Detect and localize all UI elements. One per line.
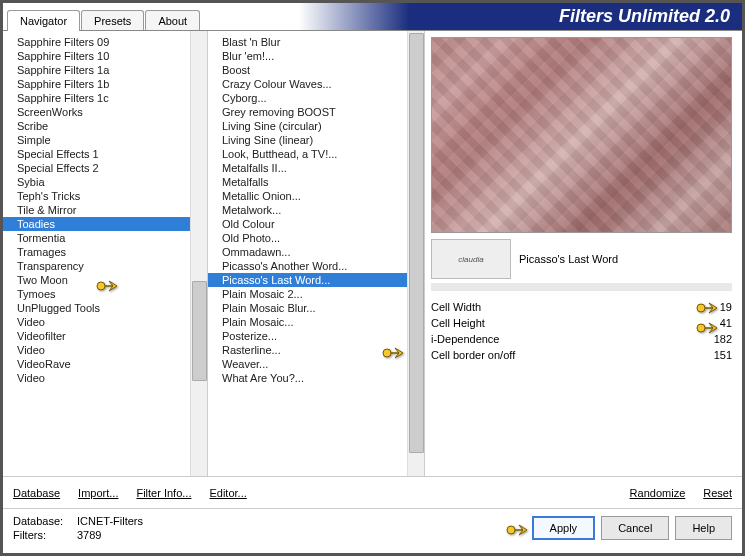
filter-item[interactable]: Crazy Colour Waves... bbox=[208, 77, 407, 91]
filter-item[interactable]: Grey removing BOOST bbox=[208, 105, 407, 119]
param-row[interactable]: Cell border on/off151 bbox=[431, 347, 732, 363]
help-button[interactable]: Help bbox=[675, 516, 732, 540]
tab-about[interactable]: About bbox=[145, 10, 200, 30]
category-item[interactable]: Toadies bbox=[3, 217, 190, 231]
filter-item[interactable]: Metalfalls II... bbox=[208, 161, 407, 175]
category-item[interactable]: Teph's Tricks bbox=[3, 189, 190, 203]
filter-item[interactable]: Metalwork... bbox=[208, 203, 407, 217]
category-item[interactable]: VideoRave bbox=[3, 357, 190, 371]
filter-item[interactable]: Living Sine (linear) bbox=[208, 133, 407, 147]
db-value: ICNET-Filters bbox=[77, 515, 143, 527]
filters-value: 3789 bbox=[77, 529, 101, 541]
category-item[interactable]: Video bbox=[3, 343, 190, 357]
param-row[interactable]: Cell Width19 bbox=[431, 299, 732, 315]
filter-item[interactable]: Ommadawn... bbox=[208, 245, 407, 259]
category-item[interactable]: Sapphire Filters 1b bbox=[3, 77, 190, 91]
category-item[interactable]: Sapphire Filters 1c bbox=[3, 91, 190, 105]
filter-item[interactable]: Blur 'em!... bbox=[208, 49, 407, 63]
category-item[interactable]: Special Effects 1 bbox=[3, 147, 190, 161]
preview-image bbox=[431, 37, 732, 233]
cancel-button[interactable]: Cancel bbox=[601, 516, 669, 540]
category-item[interactable]: Sapphire Filters 10 bbox=[3, 49, 190, 63]
category-scrollbar[interactable] bbox=[190, 31, 207, 476]
filter-scrollbar[interactable] bbox=[407, 31, 424, 476]
content: Sapphire Filters 09Sapphire Filters 10Sa… bbox=[3, 31, 742, 476]
filters-label: Filters: bbox=[13, 529, 71, 541]
category-item[interactable]: Simple bbox=[3, 133, 190, 147]
import-button[interactable]: Import... bbox=[78, 487, 118, 499]
filter-item[interactable]: Plain Mosaic 2... bbox=[208, 287, 407, 301]
filter-item[interactable]: Old Colour bbox=[208, 217, 407, 231]
category-item[interactable]: Videofilter bbox=[3, 329, 190, 343]
category-list[interactable]: Sapphire Filters 09Sapphire Filters 10Sa… bbox=[3, 31, 190, 476]
param-value: 151 bbox=[692, 349, 732, 361]
param-value: 19 bbox=[692, 301, 732, 313]
filter-item[interactable]: Plain Mosaic Blur... bbox=[208, 301, 407, 315]
category-item[interactable]: Scribe bbox=[3, 119, 190, 133]
separator bbox=[431, 283, 732, 291]
param-row[interactable]: Cell Height41 bbox=[431, 315, 732, 331]
apply-button[interactable]: Apply bbox=[532, 516, 596, 540]
filter-item[interactable]: What Are You?... bbox=[208, 371, 407, 385]
param-label: Cell Width bbox=[431, 301, 692, 313]
filter-name-row: claudia Picasso's Last Word bbox=[431, 239, 732, 279]
category-item[interactable]: Transparency bbox=[3, 259, 190, 273]
param-label: Cell Height bbox=[431, 317, 692, 329]
filter-item[interactable]: Look, Butthead, a TV!... bbox=[208, 147, 407, 161]
database-button[interactable]: Database bbox=[13, 487, 60, 499]
param-label: i-Dependence bbox=[431, 333, 692, 345]
tabs: NavigatorPresetsAbout bbox=[7, 3, 201, 30]
param-value: 182 bbox=[692, 333, 732, 345]
reset-button[interactable]: Reset bbox=[703, 487, 732, 499]
category-item[interactable]: Tormentia bbox=[3, 231, 190, 245]
filter-item[interactable]: Cyborg... bbox=[208, 91, 407, 105]
filter-item[interactable]: Metalfalls bbox=[208, 175, 407, 189]
filter-info-button[interactable]: Filter Info... bbox=[136, 487, 191, 499]
tab-navigator[interactable]: Navigator bbox=[7, 10, 80, 31]
category-item[interactable]: Two Moon bbox=[3, 273, 190, 287]
tab-presets[interactable]: Presets bbox=[81, 10, 144, 30]
toolbar: Database Import... Filter Info... Editor… bbox=[3, 476, 742, 508]
filter-list[interactable]: Blast 'n BlurBlur 'em!...BoostCrazy Colo… bbox=[208, 31, 407, 476]
app-title: Filters Unlimited 2.0 bbox=[559, 6, 730, 27]
category-item[interactable]: Tramages bbox=[3, 245, 190, 259]
filter-item[interactable]: Living Sine (circular) bbox=[208, 119, 407, 133]
footer-buttons: Apply Cancel Help bbox=[532, 516, 732, 540]
param-row[interactable]: i-Dependence182 bbox=[431, 331, 732, 347]
footer: Database:ICNET-Filters Filters:3789 Appl… bbox=[3, 508, 742, 547]
filter-name-label: Picasso's Last Word bbox=[519, 253, 732, 265]
category-item[interactable]: Sapphire Filters 1a bbox=[3, 63, 190, 77]
category-item[interactable]: Sapphire Filters 09 bbox=[3, 35, 190, 49]
filter-item[interactable]: Picasso's Last Word... bbox=[208, 273, 407, 287]
filter-item[interactable]: Blast 'n Blur bbox=[208, 35, 407, 49]
category-item[interactable]: Tymoes bbox=[3, 287, 190, 301]
category-item[interactable]: Video bbox=[3, 315, 190, 329]
filter-item[interactable]: Metallic Onion... bbox=[208, 189, 407, 203]
param-label: Cell border on/off bbox=[431, 349, 692, 361]
filter-item[interactable]: Picasso's Another Word... bbox=[208, 259, 407, 273]
header: NavigatorPresetsAbout Filters Unlimited … bbox=[3, 3, 742, 31]
filter-item[interactable]: Plain Mosaic... bbox=[208, 315, 407, 329]
watermark: claudia bbox=[431, 239, 511, 279]
category-item[interactable]: Tile & Mirror bbox=[3, 203, 190, 217]
footer-info: Database:ICNET-Filters Filters:3789 bbox=[13, 515, 143, 541]
category-item[interactable]: UnPlugged Tools bbox=[3, 301, 190, 315]
category-item[interactable]: Video bbox=[3, 371, 190, 385]
category-item[interactable]: ScreenWorks bbox=[3, 105, 190, 119]
filter-item[interactable]: Rasterline... bbox=[208, 343, 407, 357]
category-item[interactable]: Special Effects 2 bbox=[3, 161, 190, 175]
filter-item[interactable]: Old Photo... bbox=[208, 231, 407, 245]
db-label: Database: bbox=[13, 515, 71, 527]
filter-panel: Blast 'n BlurBlur 'em!...BoostCrazy Colo… bbox=[208, 31, 425, 476]
category-panel: Sapphire Filters 09Sapphire Filters 10Sa… bbox=[3, 31, 208, 476]
editor-button[interactable]: Editor... bbox=[209, 487, 246, 499]
filter-item[interactable]: Posterize... bbox=[208, 329, 407, 343]
param-value: 41 bbox=[692, 317, 732, 329]
filter-item[interactable]: Weaver... bbox=[208, 357, 407, 371]
right-panel: claudia Picasso's Last Word Cell Width19… bbox=[425, 31, 742, 476]
category-item[interactable]: Sybia bbox=[3, 175, 190, 189]
filter-item[interactable]: Boost bbox=[208, 63, 407, 77]
randomize-button[interactable]: Randomize bbox=[630, 487, 686, 499]
param-list: Cell Width19Cell Height41i-Dependence182… bbox=[431, 299, 732, 363]
